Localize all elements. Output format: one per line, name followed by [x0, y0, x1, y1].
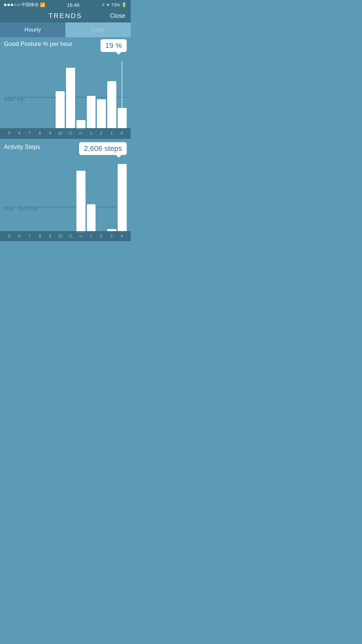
steps-x-label-7: 7 — [24, 234, 35, 238]
x-label-1: 1 — [86, 131, 96, 136]
dot-1 — [4, 4, 6, 6]
bar-col-8 — [87, 61, 96, 128]
posture-section: Good Posture % per hour 19 % GOAL: 40% — [0, 37, 131, 128]
steps-x-label-11: 11 — [65, 234, 76, 238]
steps-x-axis: 5 6 7 8 9 10 11 NOON 12 1 2 3 4 — [0, 231, 131, 241]
section-divider — [0, 138, 131, 139]
bar-8 — [87, 96, 96, 128]
posture-x-axis: 5 6 7 8 9 10 11 NOON 12 1 2 3 4 — [0, 128, 131, 138]
steps-bar-col-6 — [66, 164, 75, 231]
bar-10 — [107, 81, 116, 128]
steps-section: Activity Steps 2,606 steps GOAL: 750 STE… — [0, 140, 131, 231]
posture-bars — [4, 61, 127, 128]
battery-pct: 73% — [111, 2, 120, 7]
x-label-2: 2 — [96, 131, 107, 136]
x-label-3: 3 — [106, 131, 117, 136]
steps-bar-col-5 — [56, 164, 65, 231]
bar-col-11 — [118, 61, 127, 128]
signal-dots — [4, 4, 20, 6]
dot-2 — [7, 4, 10, 6]
status-time: 16:46 — [67, 2, 80, 8]
close-button[interactable]: Close — [110, 12, 125, 19]
steps-chart-area: GOAL: 750 STEPS — [4, 164, 127, 231]
noon-text: NOON — [76, 127, 85, 130]
steps-noon-text: NOON — [76, 230, 85, 233]
x-label-4: 4 — [117, 131, 127, 136]
posture-title: Good Posture % per hour — [4, 41, 72, 47]
steps-selected-line — [122, 164, 122, 231]
steps-bar-col-7 — [76, 164, 85, 231]
steps-bar-col-1 — [14, 164, 23, 231]
steps-bars — [4, 164, 127, 231]
bar-col-4 — [45, 61, 54, 128]
bar-col-7 — [76, 61, 85, 128]
x-label-10: 10 — [55, 131, 66, 136]
steps-bar-8 — [87, 204, 96, 231]
tab-bar: Hourly Daily — [0, 22, 131, 37]
carrier-name: 中国移动 — [21, 2, 39, 8]
nav-title: TRENDS — [49, 12, 82, 20]
steps-x-label-6: 6 — [14, 234, 25, 238]
steps-bar-col-4 — [45, 164, 54, 231]
status-bar: 中国移动 📶 16:46 ↗ ✦ 73% 🔋 — [0, 0, 131, 9]
steps-bar-col-3 — [35, 164, 44, 231]
x-label-noon: NOON 12 — [76, 131, 86, 135]
status-left: 中国移动 📶 — [4, 2, 45, 8]
bar-6 — [66, 68, 75, 128]
steps-x-label-8: 8 — [35, 234, 45, 238]
bar-col-10 — [107, 61, 116, 128]
location-icon: ↗ — [101, 2, 105, 7]
tab-hourly[interactable]: Hourly — [0, 22, 65, 37]
x-label-6: 6 — [14, 131, 25, 136]
x-label-8: 8 — [35, 131, 45, 136]
steps-bar-7 — [76, 171, 85, 231]
steps-x-label-2: 2 — [96, 234, 107, 238]
steps-tooltip: 2,606 steps — [79, 142, 127, 155]
posture-tooltip: 19 % — [101, 39, 127, 52]
steps-bar-10 — [107, 229, 116, 231]
dot-4 — [14, 4, 16, 6]
steps-bar-col-9 — [97, 164, 106, 231]
status-right: ↗ ✦ 73% 🔋 — [101, 2, 127, 7]
steps-bar-col-2 — [25, 164, 34, 231]
bar-col-9 — [97, 61, 106, 128]
bar-col-2 — [25, 61, 34, 128]
posture-chart-area: GOAL: 40% — [4, 61, 127, 128]
bar-7 — [76, 120, 85, 128]
tab-daily[interactable]: Daily — [65, 22, 131, 37]
x-label-9: 9 — [45, 131, 55, 136]
steps-x-label-10: 10 — [55, 234, 66, 238]
x-label-5: 5 — [4, 131, 14, 136]
battery-icon: 🔋 — [121, 2, 127, 7]
steps-bar-col-10 — [107, 164, 116, 231]
steps-x-label-1: 1 — [86, 234, 96, 238]
bar-col-5 — [56, 61, 65, 128]
steps-x-label-noon: NOON 12 — [76, 234, 86, 238]
bar-5 — [56, 91, 65, 128]
steps-bar-col-0 — [4, 164, 13, 231]
steps-x-label-4: 4 — [117, 234, 127, 238]
bluetooth-icon: ✦ — [106, 2, 110, 7]
steps-bar-col-11 — [118, 164, 127, 231]
bar-col-1 — [14, 61, 23, 128]
x-label-11: 11 — [65, 131, 76, 136]
steps-x-label-9: 9 — [45, 234, 55, 238]
bar-col-3 — [35, 61, 44, 128]
steps-bar-col-8 — [87, 164, 96, 231]
posture-selected-line — [122, 61, 122, 128]
bar-col-6 — [66, 61, 75, 128]
steps-title: Activity Steps — [4, 144, 40, 150]
dot-3 — [11, 4, 13, 6]
dot-5 — [17, 4, 20, 6]
nav-bar: TRENDS Close — [0, 9, 131, 22]
bar-col-0 — [4, 61, 13, 128]
steps-x-label-3: 3 — [106, 234, 117, 238]
wifi-icon: 📶 — [40, 2, 45, 7]
steps-x-label-5: 5 — [4, 234, 14, 238]
bar-9 — [97, 99, 106, 128]
x-label-7: 7 — [24, 131, 35, 136]
